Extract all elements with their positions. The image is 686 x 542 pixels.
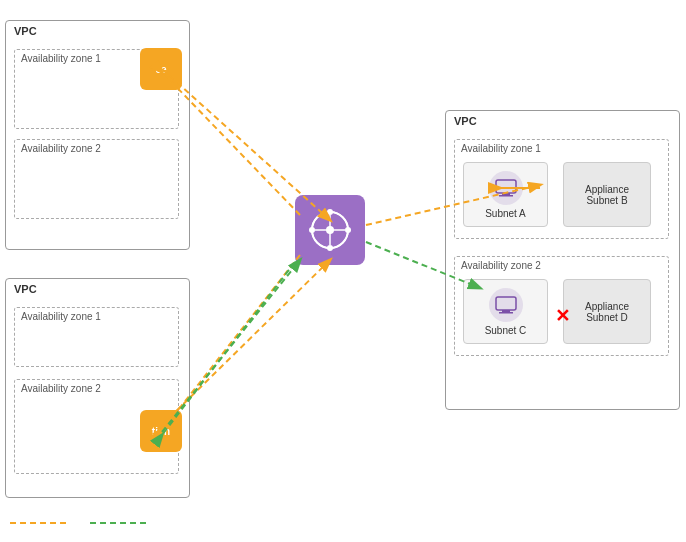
legend-green: [90, 518, 150, 528]
diagram-container: VPC Availability zone 1 Availability zon…: [0, 0, 686, 542]
vpc-left-bottom: VPC Availability zone 1 Availability zon…: [5, 278, 190, 498]
subnet-a-label: Subnet A: [485, 208, 526, 219]
legend-orange-line: [10, 518, 70, 528]
az1-left-top-label: Availability zone 1: [21, 53, 101, 64]
az2-left-top-label: Availability zone 2: [21, 143, 101, 154]
svg-point-11: [489, 171, 523, 205]
az1-right-label: Availability zone 1: [461, 143, 541, 154]
legend: [10, 518, 150, 528]
az1-right: Availability zone 1 Subnet A ApplianceSu…: [454, 139, 669, 239]
vpc-right-label: VPC: [454, 115, 477, 127]
svg-rect-17: [502, 310, 510, 312]
vpc-left-top-label: VPC: [14, 25, 37, 37]
svg-rect-18: [499, 312, 513, 314]
az2-left-bottom-label: Availability zone 2: [21, 383, 101, 394]
subnet-c-icon: [488, 287, 524, 323]
orange-appliance-top: ce: [140, 48, 182, 90]
az2-left-top: Availability zone 2: [14, 139, 179, 219]
vpc-right: VPC Availability zone 1 Subnet A Applian…: [445, 110, 680, 410]
az2-right: Availability zone 2 Subnet C ApplianceSu…: [454, 256, 669, 356]
orange-box-bottom-text: tion: [152, 426, 170, 437]
svg-rect-14: [499, 195, 513, 197]
subnet-c-label: Subnet C: [485, 325, 527, 336]
subnet-d-label: ApplianceSubnet D: [585, 301, 629, 323]
subnet-b: ApplianceSubnet B: [563, 162, 651, 227]
az2-right-label: Availability zone 2: [461, 260, 541, 271]
failure-x-mark: ✕: [555, 305, 570, 327]
hub-svg: [305, 205, 355, 255]
subnet-a: Subnet A: [463, 162, 548, 227]
legend-orange: [10, 518, 70, 528]
orange-appliance-bottom: tion: [140, 410, 182, 452]
vpc-left-bottom-label: VPC: [14, 283, 37, 295]
az1-left-bottom-label: Availability zone 1: [21, 311, 101, 322]
subnet-c: Subnet C: [463, 279, 548, 344]
hub-icon: [295, 195, 365, 265]
subnet-b-label: ApplianceSubnet B: [585, 184, 629, 206]
svg-rect-13: [502, 193, 510, 195]
svg-point-15: [489, 288, 523, 322]
subnet-a-icon: [488, 170, 524, 206]
az1-left-bottom: Availability zone 1: [14, 307, 179, 367]
legend-green-line: [90, 518, 150, 528]
subnet-d: ApplianceSubnet D: [563, 279, 651, 344]
orange-box-top-text: ce: [155, 64, 166, 75]
